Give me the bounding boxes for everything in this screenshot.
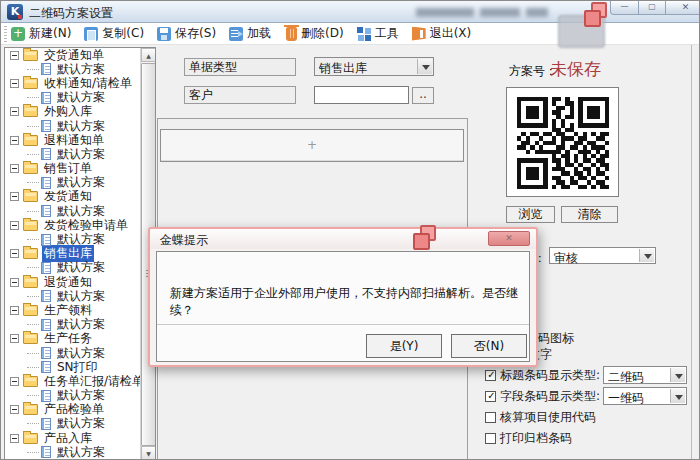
collapse-icon[interactable] xyxy=(10,107,19,116)
checkbox-icon[interactable] xyxy=(485,391,496,402)
chevron-down-icon[interactable] xyxy=(639,249,654,262)
collapse-icon[interactable] xyxy=(10,192,19,201)
document-icon xyxy=(41,446,51,458)
doc-type-label: 单据类型 xyxy=(184,58,296,76)
toolbar-button-copy[interactable]: 复制(C) xyxy=(84,25,144,42)
collapse-icon[interactable] xyxy=(10,51,19,60)
collapse-icon[interactable] xyxy=(10,377,19,386)
collapse-icon[interactable] xyxy=(10,278,19,287)
chevron-down-icon[interactable] xyxy=(670,368,685,382)
folder-icon xyxy=(23,433,38,444)
scroll-down-icon[interactable]: ▼ xyxy=(141,446,156,460)
folder-icon xyxy=(23,305,38,316)
tools-icon xyxy=(357,27,371,41)
toolbar-label: 加载 xyxy=(247,25,271,42)
barcode-option-row: 字段条码显示类型:一维码 xyxy=(485,386,689,407)
barcode-option-row: 核算项目使用代码 xyxy=(485,407,689,428)
toolbar-button-save[interactable]: 保存(S) xyxy=(157,25,216,42)
collapse-icon[interactable] xyxy=(10,334,19,343)
tree-connector xyxy=(27,97,39,98)
scroll-up-icon[interactable]: ▲ xyxy=(141,48,156,62)
folder-icon xyxy=(23,78,38,89)
document-icon xyxy=(41,120,51,132)
toolbar-label: 保存(S) xyxy=(175,25,216,42)
scheme-tree-panel: 交货通知单默认方案收料通知/请检单默认方案外购入库默认方案退料通知单默认方案销售… xyxy=(4,47,156,460)
tree-item-label: 默认方案 xyxy=(55,444,107,460)
chevron-down-icon[interactable] xyxy=(670,389,685,403)
checkbox-icon[interactable] xyxy=(485,433,496,444)
no-button[interactable]: 否(N) xyxy=(451,334,527,358)
dialog-message: 新建方案适用于企业外部用户使用，不支持内部扫描解析。是否继续？ xyxy=(170,285,521,319)
barcode-option-rows: 标题条码显示类型:二维码字段条码显示类型:一维码核算项目使用代码打印归档条码 xyxy=(485,365,689,449)
close-button[interactable]: ✕ xyxy=(666,1,700,15)
document-icon xyxy=(41,262,51,274)
document-icon xyxy=(41,205,51,217)
checkbox-icon[interactable] xyxy=(485,412,496,423)
maximize-button[interactable]: ▢ xyxy=(639,1,666,15)
toolbar-button-new[interactable]: 新建(N) xyxy=(11,25,71,42)
collapse-icon[interactable] xyxy=(10,164,19,173)
folder-icon xyxy=(23,135,38,146)
folder-icon xyxy=(23,163,38,174)
folder-icon xyxy=(23,191,38,202)
toolbar-button-delete[interactable]: 删除(D) xyxy=(284,25,344,42)
tree-item[interactable]: 默认方案 xyxy=(5,445,141,459)
dropdown-value: 一维码 xyxy=(608,390,668,407)
barcode-type-dropdown[interactable]: 二维码 xyxy=(603,366,687,384)
panel-divider xyxy=(691,45,692,460)
toolbar-button-load[interactable]: 加载 xyxy=(229,25,271,42)
collapse-icon[interactable] xyxy=(10,434,19,443)
toolbar-label: 复制(C) xyxy=(102,25,144,42)
toolbar-button-exit[interactable]: 退出(X) xyxy=(412,25,472,42)
tree-connector xyxy=(27,423,39,424)
collapse-icon[interactable] xyxy=(10,306,19,315)
background-window-blur xyxy=(416,5,562,19)
chevron-down-icon[interactable] xyxy=(417,59,432,74)
document-icon xyxy=(41,390,51,402)
customer-input[interactable] xyxy=(314,86,409,104)
document-icon xyxy=(41,148,51,160)
document-icon xyxy=(41,290,51,302)
browse-button[interactable]: 浏览 xyxy=(506,206,555,223)
toolbar-label: 删除(D) xyxy=(301,25,344,42)
option-label: 打印归档条码 xyxy=(500,430,572,447)
folder-icon xyxy=(23,220,38,231)
folder-icon xyxy=(23,248,38,259)
checkbox-icon[interactable] xyxy=(485,370,496,381)
document-icon xyxy=(41,92,51,104)
customer-lookup-button[interactable]: .. xyxy=(412,87,434,104)
status-value: 审核 xyxy=(554,250,637,267)
exit-icon xyxy=(412,27,426,41)
document-icon xyxy=(41,177,51,189)
option-label: 标题条码显示类型: xyxy=(500,367,600,384)
app-logo-icon: K xyxy=(7,4,23,20)
document-icon xyxy=(41,361,51,373)
doc-type-dropdown[interactable]: 销售出库 xyxy=(314,57,434,76)
collapse-icon[interactable] xyxy=(10,249,19,258)
app-window: K 二维码方案设置 — ▢ ✕ 新建(N)复制(C)保存(S)加载删除(D)工具… xyxy=(0,0,700,460)
tree-connector xyxy=(27,267,39,268)
folder-icon xyxy=(23,376,38,387)
tree-connector xyxy=(27,211,39,212)
collapse-icon[interactable] xyxy=(10,136,19,145)
delete-icon xyxy=(286,27,297,41)
dialog-close-button[interactable]: ✕ xyxy=(488,231,530,246)
clipboard-overlay-icon xyxy=(413,225,435,249)
document-icon xyxy=(41,347,51,359)
collapse-icon[interactable] xyxy=(10,79,19,88)
collapse-icon[interactable] xyxy=(10,405,19,414)
toolbar-button-tools[interactable]: 工具 xyxy=(357,25,399,42)
yes-button[interactable]: 是(Y) xyxy=(366,334,442,358)
collapse-icon[interactable] xyxy=(10,221,19,230)
qr-code-icon xyxy=(517,97,609,189)
tree-connector xyxy=(27,182,39,183)
clear-button[interactable]: 清除 xyxy=(561,206,618,223)
qr-code-image xyxy=(506,87,619,197)
status-dropdown[interactable]: 审核 xyxy=(549,247,656,264)
save-icon xyxy=(157,27,171,41)
barcode-type-dropdown[interactable]: 一维码 xyxy=(603,387,687,405)
folder-icon xyxy=(23,50,38,61)
add-field-bar[interactable]: + xyxy=(160,129,464,162)
minimize-button[interactable]: — xyxy=(610,1,639,15)
folder-icon xyxy=(23,333,38,344)
